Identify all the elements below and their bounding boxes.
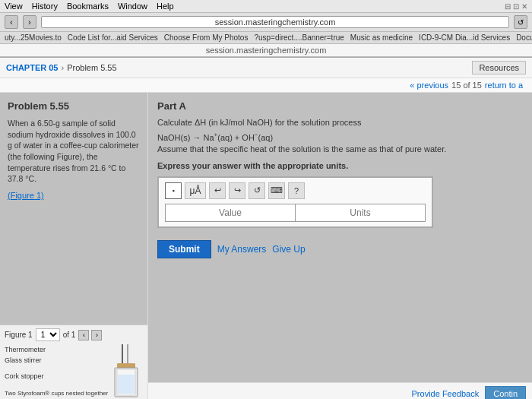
- resources-button[interactable]: Resources: [472, 61, 526, 74]
- label-thermometer: Thermometer: [5, 344, 108, 355]
- left-panel: Problem 5.55 When a 6.50-g sample of sol…: [0, 93, 148, 399]
- figure-of-label: of 1: [63, 331, 76, 339]
- position-indicator: 15 of 15: [451, 81, 482, 90]
- menu-bar: View History Bookmarks Window Help ⊟ ⊡ ✕: [0, 0, 532, 13]
- window-controls: ⊟ ⊡ ✕: [505, 2, 527, 11]
- mu-icon: μÅ: [190, 185, 201, 196]
- label-cork: Cork stopper: [5, 371, 108, 382]
- value-units-row: [165, 204, 426, 222]
- submit-button[interactable]: Submit: [157, 240, 211, 258]
- part-label: Part A: [157, 100, 523, 112]
- refresh-icon: ↺: [254, 185, 261, 195]
- menu-bookmarks[interactable]: Bookmarks: [67, 2, 109, 11]
- question-text: Calculate ΔH (in kJ/mol NaOH) for the so…: [157, 118, 523, 127]
- figure-label: Figure 1: [5, 331, 33, 339]
- calorimeter-svg: [111, 344, 141, 399]
- nav-bar: ‹ › session.masteringchemistry.com ↺: [0, 13, 532, 32]
- figure-header: Figure 1 1 of 1 ‹ ›: [5, 328, 143, 341]
- buttons-row: Submit My Answers Give Up: [157, 240, 523, 258]
- figure-prev-btn[interactable]: ‹: [78, 330, 89, 340]
- equation-line: NaOH(s) → Na+(aq) + OH−(aq): [157, 131, 523, 142]
- calorimeter-diagram: Thermometer Glass stirrer Cork stopper T…: [5, 344, 143, 399]
- label-cups: Two Styrofoam® cups nested together: [5, 389, 108, 399]
- menu-help[interactable]: Help: [157, 2, 174, 11]
- bookmark-6[interactable]: ICD-9-CM Dia...id Services: [419, 33, 510, 42]
- breadcrumb: CHAPTER 05 › Problem 5.55: [6, 63, 117, 72]
- undo-btn[interactable]: ↩: [209, 182, 226, 199]
- right-panel: Part A Calculate ΔH (in kJ/mol NaOH) for…: [148, 93, 532, 399]
- forward-button[interactable]: ›: [23, 15, 36, 29]
- square-icon: ▪: [172, 187, 174, 195]
- breadcrumb-arrow: ›: [61, 63, 64, 72]
- greek-mu-btn[interactable]: μÅ: [185, 182, 206, 199]
- main-layout: Problem 5.55 When a 6.50-g sample of sol…: [0, 93, 532, 399]
- bookmark-1[interactable]: uty...25Movies.to: [5, 33, 62, 42]
- page-header: CHAPTER 05 › Problem 5.55 Resources: [0, 58, 532, 78]
- express-text: Express your answer with the appropriate…: [157, 161, 523, 170]
- toolbar: ▪ μÅ ↩ ↪ ↺ ⌨: [165, 182, 426, 199]
- redo-icon: ↪: [234, 185, 241, 195]
- answer-box: ▪ μÅ ↩ ↪ ↺ ⌨: [157, 176, 433, 228]
- menu-window[interactable]: Window: [118, 2, 147, 11]
- figure-panel: Figure 1 1 of 1 ‹ › Thermometer Glass st…: [0, 325, 147, 399]
- keyboard-icon: ⌨: [271, 185, 283, 195]
- menu-history[interactable]: History: [32, 2, 58, 11]
- my-answers-link[interactable]: My Answers: [217, 244, 267, 255]
- refresh-button[interactable]: ↺: [514, 15, 527, 29]
- problem-title: Problem 5.55: [8, 100, 140, 112]
- figure-next-btn[interactable]: ›: [91, 330, 102, 340]
- value-input[interactable]: [165, 204, 296, 222]
- menu-view[interactable]: View: [5, 2, 23, 11]
- bookmark-3[interactable]: Choose From My Photos: [164, 33, 249, 42]
- bottom-bar: Provide Feedback Contin: [148, 382, 532, 399]
- figure-nav: ‹ ›: [78, 330, 102, 340]
- feedback-link[interactable]: Provide Feedback: [412, 389, 480, 398]
- give-up-link[interactable]: Give Up: [272, 244, 305, 255]
- label-glass-stirrer: Glass stirrer: [5, 355, 108, 366]
- problem-body: When a 6.50-g sample of solid sodium hyd…: [8, 118, 140, 185]
- delta-h: ΔH (in kJ/mol NaOH): [195, 118, 273, 127]
- undo-icon: ↩: [214, 185, 221, 195]
- bookmark-2[interactable]: Code List for...aid Services: [68, 33, 158, 42]
- calorimeter-labels: Thermometer Glass stirrer Cork stopper T…: [5, 344, 108, 399]
- figure-select[interactable]: 1: [36, 328, 60, 341]
- bookmark-7[interactable]: Document.do...Word: [516, 33, 532, 42]
- main-wrapper: Problem 5.55 When a 6.50-g sample of sol…: [0, 93, 532, 399]
- figure-link[interactable]: (Figure 1): [8, 191, 140, 200]
- svg-rect-3: [117, 363, 135, 368]
- help-icon: ?: [294, 186, 299, 195]
- bookmarks-bar: uty...25Movies.to Code List for...aid Se…: [0, 32, 532, 44]
- units-input[interactable]: [296, 204, 426, 222]
- nav-row: « previous 15 of 15 return to a: [0, 78, 532, 93]
- redo-btn[interactable]: ↪: [229, 182, 245, 199]
- bookmark-4[interactable]: ?usp=direct....Banner=true: [254, 33, 344, 42]
- previous-link[interactable]: « previous: [410, 81, 448, 90]
- return-link[interactable]: return to a: [485, 81, 523, 90]
- help-btn[interactable]: ?: [288, 182, 305, 199]
- address-bar-secondary: session.masteringchemistry.com: [0, 44, 532, 57]
- continue-button[interactable]: Contin: [485, 386, 526, 399]
- square-icon-btn[interactable]: ▪: [165, 182, 182, 199]
- bookmark-5[interactable]: Music as medicine: [350, 33, 413, 42]
- chapter-link[interactable]: CHAPTER 05: [6, 63, 58, 72]
- svg-rect-6: [118, 375, 135, 394]
- keyboard-btn[interactable]: ⌨: [268, 182, 285, 199]
- address-bar[interactable]: session.masteringchemistry.com: [41, 16, 509, 28]
- problem-breadcrumb: Problem 5.55: [67, 63, 116, 72]
- assumption-text: Assume that the specific heat of the sol…: [157, 144, 523, 154]
- back-button[interactable]: ‹: [5, 15, 18, 29]
- refresh-btn[interactable]: ↺: [249, 182, 265, 199]
